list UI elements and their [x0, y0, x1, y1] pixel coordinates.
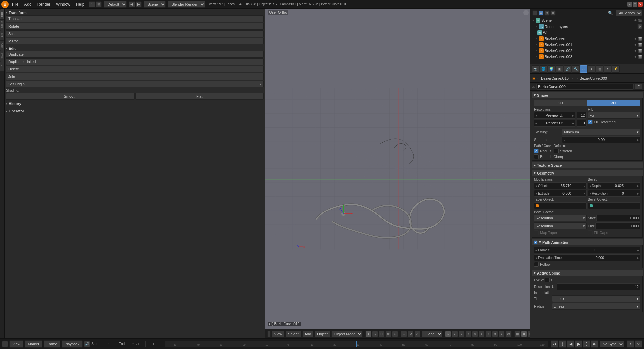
- particles-props-icon[interactable]: ✦: [604, 65, 611, 73]
- minimize-button[interactable]: −: [627, 2, 632, 7]
- layer-icon9[interactable]: 9: [499, 331, 505, 337]
- smooth-field[interactable]: ◂ 0.00 ▸: [562, 136, 640, 143]
- stretch-check[interactable]: [554, 149, 559, 153]
- filter-icon[interactable]: ⊕: [544, 10, 550, 16]
- menu-file[interactable]: File: [9, 1, 21, 7]
- menu-help[interactable]: Help: [73, 1, 87, 7]
- scene-props-icon[interactable]: 🌐: [540, 65, 547, 73]
- operator-section[interactable]: ▸ Operator: [6, 108, 264, 114]
- timeline-track[interactable]: -50 -40 -30 -20 -10 0 10 20 30 40 50 60 …: [165, 341, 548, 347]
- outliner-item-renderlayers[interactable]: ▸ RL RenderLayers ⚙: [530, 23, 644, 30]
- all-scenes-dropdown[interactable]: All Scenes: [616, 10, 642, 16]
- bevel-object-field[interactable]: [588, 202, 641, 209]
- twisting-dropdown[interactable]: Minimum ▾: [562, 129, 640, 135]
- render-u-inc[interactable]: ▸: [571, 121, 575, 125]
- bevel-res-dec[interactable]: ◂: [588, 192, 592, 195]
- scene-select[interactable]: Scene: [144, 1, 166, 8]
- extrude-field[interactable]: ◂ Extrude: 0.000 ▸: [534, 190, 587, 197]
- editor-type-icon[interactable]: ⊞: [96, 1, 102, 7]
- frames-dec[interactable]: ◂: [534, 248, 538, 252]
- 3d-button[interactable]: 3D: [587, 100, 640, 106]
- 2d-button[interactable]: 2D: [534, 100, 587, 106]
- preview-u-input[interactable]: [577, 112, 587, 119]
- outliner-item-beziercurve002[interactable]: ▸ ⌓ BezierCurve.002 👁 🎬: [530, 48, 644, 54]
- end-frame-input[interactable]: [127, 341, 144, 347]
- u-res-input[interactable]: [557, 283, 640, 290]
- layer-icon6[interactable]: 6: [479, 331, 485, 337]
- relations-tab[interactable]: Rltn: [0, 30, 4, 40]
- geometry-header[interactable]: ▾ Geometry: [532, 170, 643, 176]
- physics-tab[interactable]: Phys: [0, 51, 4, 61]
- curve-cam1[interactable]: 🎬: [638, 37, 642, 41]
- curve-vis2[interactable]: 👁: [634, 43, 637, 47]
- radius-dropdown[interactable]: Linear ▾: [552, 303, 640, 310]
- workspace-prev-icon[interactable]: ◀: [129, 1, 135, 7]
- jump-end-btn[interactable]: ⏭: [591, 340, 598, 348]
- layer-icon3[interactable]: 3: [459, 331, 465, 337]
- close-button[interactable]: ✕: [638, 2, 643, 7]
- audio-sync-icon[interactable]: ♪: [627, 340, 634, 348]
- menu-render[interactable]: Render: [35, 1, 53, 7]
- world-props-icon[interactable]: 🌍: [548, 65, 555, 73]
- outliner-item-beziercurve003[interactable]: ▸ ⌓ BezierCurve.003 👁 🎬: [530, 54, 644, 60]
- object-props-icon[interactable]: ▣: [556, 65, 563, 73]
- draw-type-icon3[interactable]: ◻: [379, 331, 385, 337]
- timeline-marker[interactable]: Marker: [25, 340, 42, 348]
- texture-props-icon[interactable]: ▤: [596, 65, 603, 73]
- layer-icon10[interactable]: 10: [505, 331, 512, 337]
- start-val-field[interactable]: [596, 215, 640, 221]
- renderlayer-settings-icon[interactable]: ⚙: [637, 24, 642, 29]
- smooth-inc[interactable]: ▸: [636, 138, 640, 142]
- play-btn[interactable]: ▶: [575, 340, 582, 348]
- scene-cam-icon[interactable]: 🎬: [638, 19, 642, 22]
- render-props-icon[interactable]: 📷: [532, 65, 539, 73]
- bounds-clamp-check[interactable]: [534, 154, 539, 159]
- preview-u-dec[interactable]: ◂: [534, 114, 538, 117]
- menu-window[interactable]: Window: [53, 1, 73, 7]
- render-solid-icon[interactable]: ■: [521, 331, 527, 337]
- preview-u-field[interactable]: ◂ Preview U: ▸: [534, 112, 575, 119]
- cyclic-u-check[interactable]: [545, 278, 550, 282]
- translate-button[interactable]: Translate: [6, 15, 264, 22]
- shape-header[interactable]: ▾ Shape: [532, 92, 643, 98]
- viewport[interactable]: X Y Z User Ortho (1) BezierCurve.010 ⊞ V…: [265, 9, 530, 338]
- viewport-type-icon[interactable]: ⊞: [267, 331, 271, 337]
- pivot-select[interactable]: Global: [422, 331, 442, 337]
- fill-deformed-check[interactable]: ✓: [588, 120, 593, 124]
- constraint-props-icon[interactable]: 🔗: [564, 65, 571, 73]
- edit-section[interactable]: ▾ Edit: [6, 46, 264, 51]
- layer-icon8[interactable]: 8: [492, 331, 498, 337]
- smooth-button[interactable]: Smooth: [6, 93, 135, 100]
- viewport-corner[interactable]: [523, 10, 529, 15]
- depth-field[interactable]: ◂ Depth: 0.025 ▸: [588, 182, 641, 189]
- layer-icon7[interactable]: 7: [485, 331, 491, 337]
- sort-icon[interactable]: ≡: [550, 10, 556, 16]
- outliner-search[interactable]: 🔍: [608, 11, 613, 15]
- view-icon[interactable]: ◉: [538, 10, 544, 16]
- history-section[interactable]: ▸ History: [6, 101, 264, 106]
- physics-props-icon[interactable]: ⚡: [612, 65, 620, 73]
- mode-select[interactable]: Object Mode: [331, 331, 363, 337]
- timeline-view[interactable]: View: [9, 340, 23, 348]
- jump-start-btn[interactable]: ⏮: [551, 340, 558, 348]
- render-u-input[interactable]: [577, 120, 587, 127]
- eval-time-field[interactable]: ◂ Evaluation Time: 0.000 ▸: [534, 254, 640, 261]
- rotate-button[interactable]: Rotate: [6, 23, 264, 30]
- outliner-type-icon[interactable]: ⊞: [532, 10, 538, 16]
- menu-add[interactable]: Add: [21, 1, 34, 7]
- workspace-next-icon[interactable]: ▶: [136, 1, 142, 7]
- tilt-dropdown[interactable]: Linear ▾: [552, 295, 640, 302]
- transform-icon2[interactable]: ↺: [408, 331, 414, 337]
- curve-vis3[interactable]: 👁: [634, 49, 637, 53]
- map-taper-check[interactable]: [534, 230, 539, 235]
- layer-icon1[interactable]: 1: [445, 331, 451, 337]
- active-spline-header[interactable]: ▾ Active Spline: [532, 270, 643, 276]
- follow-check[interactable]: [534, 262, 539, 267]
- grease-pencil-tab[interactable]: GP: [0, 61, 4, 71]
- transform-icon3[interactable]: ⤢: [414, 331, 420, 337]
- path-anim-enable-check[interactable]: ✓: [534, 240, 538, 244]
- play-back-btn[interactable]: ◀: [567, 340, 574, 348]
- next-keyframe-btn[interactable]: ⟩: [583, 340, 590, 348]
- layer-icon2[interactable]: 2: [452, 331, 458, 337]
- fake-user-button[interactable]: F: [635, 84, 642, 90]
